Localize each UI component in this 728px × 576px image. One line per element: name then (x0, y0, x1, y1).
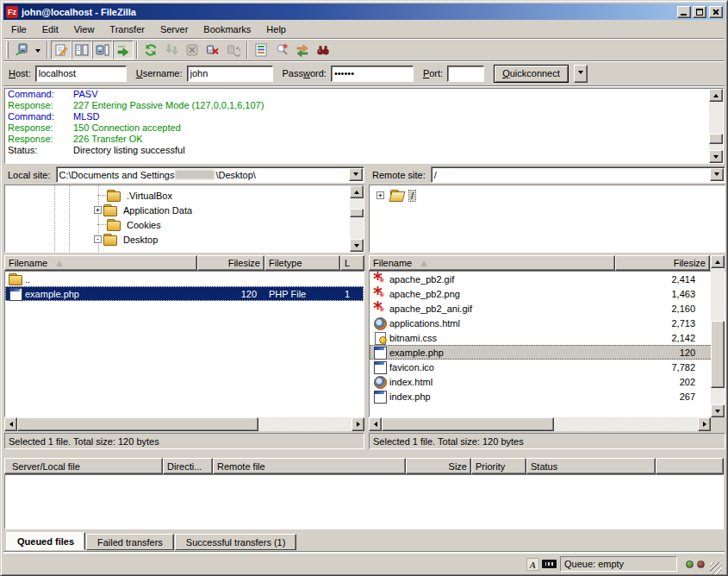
remote-site-dropdown-button[interactable] (710, 168, 724, 181)
tab-failed-transfers[interactable]: Failed transfers (86, 534, 174, 550)
refresh-button[interactable] (140, 41, 161, 59)
activity-led-red-icon (697, 560, 705, 568)
column-header-server-local-file[interactable]: Server/Local file (4, 458, 163, 474)
resize-grip[interactable] (710, 562, 722, 574)
port-input[interactable] (447, 66, 484, 82)
site-manager-button[interactable] (11, 41, 32, 59)
local-site-combobox[interactable]: C:\Documents and Settings\Desktop\ (56, 166, 364, 183)
reconnect-button[interactable] (223, 41, 244, 59)
remote-site-combobox[interactable]: / (431, 166, 725, 183)
remote-list-scrollbar[interactable] (711, 255, 725, 417)
menu-view[interactable]: View (66, 22, 103, 36)
file-row[interactable]: applications.html 2,713 (370, 316, 725, 330)
file-row-example-php[interactable]: example.php 120 (370, 345, 725, 360)
expand-icon[interactable]: + (94, 206, 102, 214)
php-file-icon (373, 347, 387, 359)
synchronized-browsing-button[interactable] (292, 41, 313, 59)
scrollbar-thumb[interactable] (17, 417, 258, 431)
message-log-icon (54, 43, 68, 57)
quickconnect-button[interactable]: Quickconnect (494, 65, 569, 83)
menu-help[interactable]: Help (258, 22, 294, 36)
scrollbar-thumb[interactable] (350, 209, 364, 217)
log-line: Status:Directory listing successful (5, 145, 723, 156)
menu-transfer[interactable]: Transfer (102, 22, 152, 36)
queue-tabs: Queued files Failed transfers Successful… (6, 532, 724, 550)
image-file-icon (373, 303, 387, 315)
file-row[interactable]: favicon.ico 7,782 (370, 360, 725, 374)
file-row[interactable]: apache_pb2_ani.gif 2,160 (370, 301, 725, 316)
close-button[interactable] (709, 6, 723, 18)
tree-item-desktop[interactable]: - Desktop (94, 232, 364, 247)
disconnect-icon (206, 43, 220, 57)
local-tree-scrollbar[interactable] (350, 185, 364, 252)
tab-successful-transfers[interactable]: Successful transfers (1) (175, 534, 297, 550)
local-site-dropdown-button[interactable] (349, 168, 363, 181)
column-header-filetype[interactable]: Filetype (264, 255, 340, 271)
tree-item-virtualbox[interactable]: .VirtualBox (94, 188, 364, 203)
tree-item-cookies[interactable]: Cookies (94, 217, 364, 232)
column-header-filesize[interactable]: Filesize (615, 255, 710, 271)
scroll-left-icon (7, 422, 13, 427)
toggle-remote-tree-button[interactable] (92, 41, 113, 59)
file-row[interactable]: bitnami.css 2,142 (370, 330, 725, 345)
sort-ascending-icon (420, 260, 427, 266)
file-row[interactable]: index.html 202 (370, 374, 725, 389)
collapse-icon[interactable]: - (94, 235, 102, 243)
directory-comparison-button[interactable] (271, 41, 292, 59)
find-files-button[interactable] (313, 41, 333, 59)
file-row[interactable]: apache_pb2.gif 2,414 (370, 272, 725, 286)
toggle-transfer-queue-button[interactable] (113, 41, 134, 59)
sort-ascending-icon (56, 260, 63, 266)
menu-bookmarks[interactable]: Bookmarks (196, 22, 258, 36)
scrollbar-thumb[interactable] (382, 417, 554, 431)
column-header-filename[interactable]: Filename (369, 255, 615, 271)
process-queue-button[interactable] (161, 41, 182, 59)
folder-icon (107, 219, 121, 231)
log-line: Response:227 Entering Passive Mode (127,… (5, 100, 723, 111)
username-input[interactable] (187, 66, 273, 82)
column-header-filesize[interactable]: Filesize (197, 255, 264, 271)
column-header-priority[interactable]: Priority (471, 458, 526, 474)
minimize-button[interactable] (677, 6, 691, 18)
menu-edit[interactable]: Edit (34, 22, 66, 36)
file-row-example-php[interactable]: example.php 120 PHP File 1 (5, 286, 364, 301)
activity-led-green-icon (686, 560, 694, 568)
column-header-remote-file[interactable]: Remote file (213, 458, 406, 474)
host-input[interactable] (35, 66, 127, 82)
log-line: Response:150 Connection accepted (5, 122, 723, 134)
local-directory-tree: .VirtualBox + Application Data Cookies -… (4, 185, 364, 253)
column-header-lastmodified[interactable]: L (340, 255, 364, 271)
toggle-local-tree-button[interactable] (72, 41, 92, 59)
column-header-filename[interactable]: Filename (4, 255, 197, 271)
directory-filters-button[interactable] (251, 41, 271, 59)
menu-server[interactable]: Server (152, 22, 196, 36)
remote-horizontal-scrollbar[interactable] (369, 417, 711, 431)
file-row-parent-dir[interactable]: .. (5, 272, 364, 286)
remote-site-label: Remote site: (369, 170, 431, 180)
css-file-icon (373, 332, 387, 344)
menu-file[interactable]: File (3, 22, 34, 36)
file-row[interactable]: apache_pb2.png 1,463 (370, 286, 725, 301)
process-queue-icon (165, 43, 178, 57)
column-header-direction[interactable]: Directi... (163, 458, 213, 474)
column-header-status[interactable]: Status (526, 458, 656, 474)
cancel-button[interactable] (182, 41, 202, 59)
file-row[interactable]: index.php 267 (370, 389, 725, 404)
maximize-button[interactable] (693, 6, 706, 18)
password-input[interactable] (331, 66, 414, 82)
scrollbar-thumb[interactable] (711, 321, 725, 388)
tree-item-application-data[interactable]: + Application Data (94, 203, 364, 217)
local-horizontal-scrollbar[interactable] (4, 417, 364, 431)
queue-list[interactable] (4, 474, 724, 529)
scroll-up-icon (354, 188, 359, 194)
log-scrollbar[interactable] (709, 89, 723, 163)
scrollbar-thumb[interactable] (709, 134, 723, 144)
toggle-message-log-button[interactable] (51, 41, 72, 59)
column-header-size[interactable]: Size (406, 458, 471, 474)
site-manager-dropdown-button[interactable] (32, 41, 44, 59)
disconnect-button[interactable] (202, 41, 223, 59)
tab-queued-files[interactable]: Queued files (6, 532, 85, 550)
tree-item-root[interactable]: + / (376, 188, 725, 203)
quickconnect-dropdown-button[interactable] (574, 65, 588, 83)
expand-icon[interactable]: + (376, 191, 384, 199)
